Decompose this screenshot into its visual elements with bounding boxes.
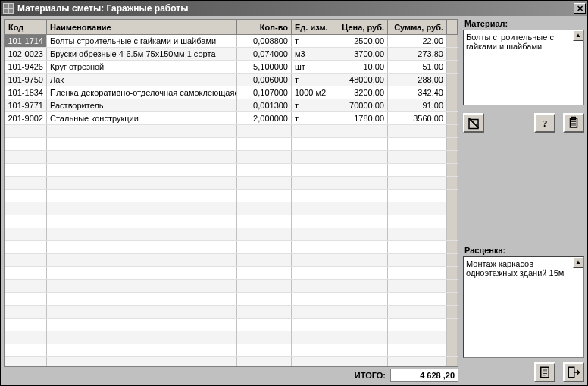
document-button[interactable] (534, 362, 555, 382)
cell-code[interactable]: 101-9750 (5, 74, 47, 86)
cell-sum (388, 151, 447, 164)
rate-textbox[interactable]: Монтаж каркасов одноэтажных зданий 15м ▲ (463, 256, 584, 358)
cell-unit[interactable]: т (292, 112, 333, 125)
table-row (5, 138, 458, 151)
cell-qty (237, 125, 292, 138)
cell-code (5, 357, 47, 368)
cell-code[interactable]: 201-9002 (5, 112, 47, 125)
cell-code (5, 267, 47, 280)
clipboard-button[interactable] (563, 113, 584, 133)
cell-sum[interactable]: 273,80 (388, 48, 447, 61)
table-row[interactable]: 201-9002Стальные конструкции2,000000т178… (5, 112, 458, 125)
exit-button[interactable] (563, 362, 584, 382)
cell-qty (237, 280, 292, 293)
materials-table[interactable]: Код Наименование Кол-во Ед. изм. Цена, р… (4, 19, 458, 367)
col-code[interactable]: Код (5, 20, 47, 35)
cell-name[interactable]: Лак (47, 74, 237, 86)
table-row[interactable]: 101-9426Круг отрезной5,100000шт10,0051,0… (5, 61, 458, 74)
cell-price[interactable]: 1780,00 (333, 112, 388, 125)
scrollbar-cell (447, 61, 458, 74)
cell-qty[interactable]: 0,006000 (237, 74, 292, 86)
help-button[interactable]: ? (534, 113, 555, 133)
scrollbar-cell (447, 48, 458, 61)
table-row (5, 331, 458, 344)
cell-name[interactable]: Стальные конструкции (47, 112, 237, 125)
scrollbar-cell (447, 357, 458, 368)
cell-qty[interactable]: 2,000000 (237, 112, 292, 125)
cell-unit (292, 228, 333, 241)
cell-qty[interactable]: 0,008800 (237, 35, 292, 48)
cell-unit[interactable]: шт (292, 61, 333, 74)
col-price[interactable]: Цена, руб. (333, 20, 388, 35)
cell-qty[interactable]: 0,001300 (237, 99, 292, 112)
scroll-up-icon[interactable]: ▲ (573, 257, 583, 268)
table-row (5, 357, 458, 368)
cell-price[interactable]: 48000,00 (333, 74, 388, 86)
table-row[interactable]: 101-9750Лак0,006000т48000,00288,00 (5, 74, 458, 86)
cell-price (333, 344, 388, 357)
cell-qty[interactable]: 0,074000 (237, 48, 292, 61)
cell-price[interactable]: 3700,00 (333, 48, 388, 61)
cell-sum[interactable]: 51,00 (388, 61, 447, 74)
cell-sum[interactable]: 3560,00 (388, 112, 447, 125)
cell-unit[interactable]: м3 (292, 48, 333, 61)
cell-qty (237, 267, 292, 280)
cell-unit[interactable]: т (292, 74, 333, 86)
cell-name[interactable]: Растворитель (47, 99, 237, 112)
cell-price[interactable]: 10,00 (333, 61, 388, 74)
material-label: Материал: (464, 19, 584, 28)
close-button[interactable]: ✕ (574, 3, 586, 14)
col-qty[interactable]: Кол-во (237, 20, 292, 35)
table-row[interactable]: 101-9771Растворитель0,001300т70000,0091,… (5, 99, 458, 112)
cell-sum (388, 306, 447, 319)
cell-name (47, 306, 237, 319)
cell-name[interactable]: Пленка декоративно-отделочная самоклеюща… (47, 86, 237, 99)
cell-price[interactable]: 70000,00 (333, 99, 388, 112)
scrollbar-cell (447, 112, 458, 125)
total-value: 4 628 ,20 (390, 369, 458, 382)
scrollbar-cell (447, 331, 458, 344)
cell-unit (292, 331, 333, 344)
estimate-materials-window: Материалы сметы: Гаражные работы ✕ Код Н… (0, 0, 588, 386)
table-row (5, 190, 458, 202)
col-sum[interactable]: Сумма, руб. (388, 20, 447, 35)
cell-sum[interactable]: 91,00 (388, 99, 447, 112)
cell-code[interactable]: 101-9426 (5, 61, 47, 74)
cell-price[interactable]: 2500,00 (333, 35, 388, 48)
cell-name[interactable]: Бруски обрезные 4-6.5м 75х150мм 1 сорта (47, 48, 237, 61)
cell-sum (388, 202, 447, 215)
cell-code[interactable]: 101-1834 (5, 86, 47, 99)
cell-unit[interactable]: т (292, 35, 333, 48)
cell-price[interactable]: 3200,00 (333, 86, 388, 99)
cell-name[interactable]: Круг отрезной (47, 61, 237, 74)
cell-code[interactable]: 101-9771 (5, 99, 47, 112)
scrollbar-header (447, 20, 458, 35)
cell-sum[interactable]: 22,00 (388, 35, 447, 48)
delete-button[interactable] (463, 113, 484, 133)
cell-price (333, 280, 388, 293)
col-name[interactable]: Наименование (47, 20, 237, 35)
scrollbar-cell (447, 125, 458, 138)
cell-code[interactable]: 101-1714 (5, 35, 47, 48)
cell-unit[interactable]: т (292, 99, 333, 112)
cell-unit[interactable]: 1000 м2 (292, 86, 333, 99)
cell-qty[interactable]: 5,100000 (237, 61, 292, 74)
material-textbox[interactable]: Болты строительные с гайками и шайбами ▲ (463, 30, 584, 105)
col-unit[interactable]: Ед. изм. (292, 20, 333, 35)
cell-sum[interactable]: 288,00 (388, 74, 447, 86)
table-row (5, 164, 458, 177)
cell-code[interactable]: 102-0023 (5, 48, 47, 61)
table-row[interactable]: 101-1834Пленка декоративно-отделочная са… (5, 86, 458, 99)
window-title: Материалы сметы: Гаражные работы (17, 3, 574, 14)
table-row[interactable]: 102-0023Бруски обрезные 4-6.5м 75х150мм … (5, 48, 458, 61)
table-row[interactable]: 101-1714Болты строительные с гайками и ш… (5, 35, 458, 48)
cell-qty (237, 138, 292, 151)
cell-code (5, 293, 47, 306)
scrollbar-cell (447, 254, 458, 267)
scrollbar-cell (447, 190, 458, 202)
cell-name (47, 164, 237, 177)
cell-sum[interactable]: 342,40 (388, 86, 447, 99)
scroll-up-icon[interactable]: ▲ (573, 30, 583, 41)
cell-qty[interactable]: 0,107000 (237, 86, 292, 99)
cell-name[interactable]: Болты строительные с гайками и шайбами (47, 35, 237, 48)
